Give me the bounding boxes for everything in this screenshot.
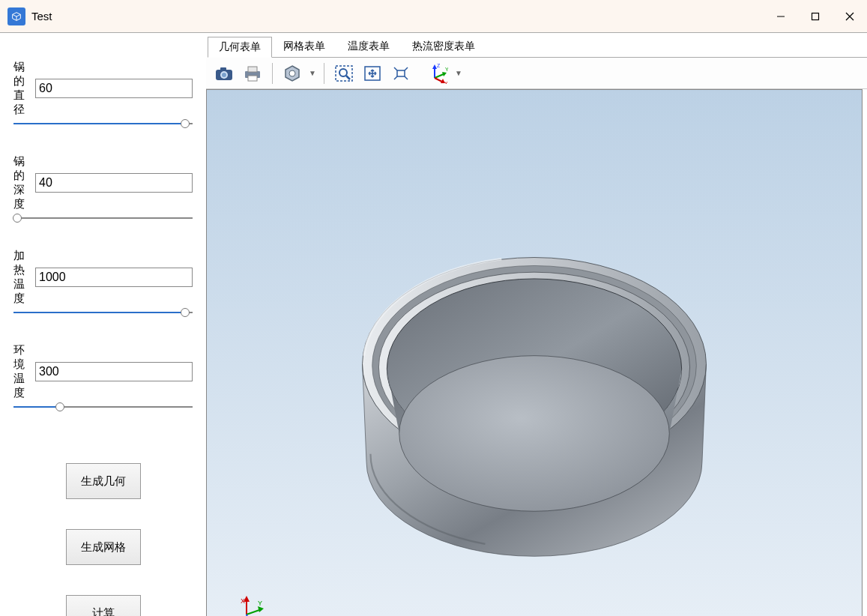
param-diameter: 锅的直径	[13, 60, 193, 117]
tab-flux[interactable]: 热流密度表单	[401, 36, 486, 57]
zoom-box-button[interactable]	[330, 61, 357, 86]
svg-rect-17	[397, 70, 405, 76]
svg-rect-10	[248, 76, 257, 81]
minimize-button[interactable]	[764, 0, 798, 33]
generate-geometry-button[interactable]: 生成几何	[66, 463, 141, 499]
svg-marker-37	[258, 606, 264, 612]
app-icon	[7, 7, 25, 25]
param-heat: 加热温度	[13, 249, 193, 306]
svg-point-32	[399, 356, 670, 512]
svg-rect-1	[812, 13, 819, 19]
viewer-area: 几何表单 网格表单 温度表单 热流密度表单	[206, 33, 867, 616]
window-title: Test	[31, 10, 52, 22]
svg-point-7	[222, 73, 226, 77]
svg-line-15	[346, 76, 350, 79]
minimize-icon	[776, 12, 785, 21]
param-env-slider[interactable]	[13, 402, 193, 412]
param-heat-input[interactable]	[35, 268, 193, 287]
axis-selector-button[interactable]: Z Y X	[422, 61, 452, 86]
close-button[interactable]	[833, 0, 867, 33]
hexnut-icon	[283, 64, 301, 82]
svg-text:Z: Z	[437, 63, 441, 68]
axis-selector-dropdown[interactable]: ▼	[453, 69, 464, 77]
settings-button[interactable]	[279, 61, 306, 86]
print-button[interactable]	[239, 61, 266, 86]
param-depth-input[interactable]	[35, 173, 193, 193]
svg-rect-5	[220, 67, 226, 70]
close-icon	[845, 12, 854, 21]
geometry-render	[207, 90, 862, 616]
tab-temp[interactable]: 温度表单	[336, 36, 401, 57]
svg-text:X: X	[241, 597, 245, 605]
svg-rect-9	[248, 67, 257, 72]
tab-geometry[interactable]: 几何表单	[208, 37, 272, 58]
param-heat-slider[interactable]	[13, 307, 193, 318]
app-window: Test 锅的直径 锅的深度	[0, 0, 867, 616]
fit-icon	[363, 64, 382, 82]
param-depth: 锅的深度	[13, 154, 193, 211]
generate-mesh-button[interactable]: 生成网格	[66, 529, 141, 565]
param-depth-label: 锅的深度	[13, 154, 35, 211]
param-depth-slider[interactable]	[13, 213, 193, 223]
tab-mesh[interactable]: 网格表单	[272, 36, 336, 57]
zoom-box-icon	[334, 64, 354, 82]
param-env-input[interactable]	[35, 362, 193, 381]
svg-text:Y: Y	[258, 600, 262, 607]
fit-button[interactable]	[359, 61, 386, 86]
content: 锅的直径 锅的深度 加热温度	[0, 33, 867, 616]
maximize-button[interactable]	[798, 0, 833, 33]
camera-icon	[214, 65, 234, 82]
reset-view-button[interactable]	[387, 61, 414, 86]
side-panel: 锅的直径 锅的深度 加热温度	[0, 33, 206, 616]
svg-text:X: X	[444, 81, 448, 84]
settings-dropdown[interactable]: ▼	[307, 69, 318, 77]
param-env: 环境温度	[13, 343, 193, 400]
axis-triad-icon: Z Y X	[426, 63, 448, 84]
3d-viewport[interactable]: X Y Z	[206, 89, 863, 616]
svg-point-12	[289, 70, 295, 76]
svg-text:Y: Y	[445, 67, 448, 72]
param-env-label: 环境温度	[13, 343, 35, 400]
printer-icon	[243, 64, 262, 82]
axis-indicator-icon: X Y Z	[228, 596, 265, 616]
tabs: 几何表单 网格表单 温度表单 热流密度表单	[208, 33, 867, 58]
param-heat-label: 加热温度	[13, 249, 35, 306]
collapse-icon	[391, 64, 411, 82]
param-diameter-slider[interactable]	[13, 118, 193, 129]
param-diameter-label: 锅的直径	[13, 60, 35, 117]
titlebar: Test	[0, 0, 867, 33]
maximize-icon	[811, 12, 820, 21]
param-diameter-input[interactable]	[35, 79, 193, 98]
snapshot-button[interactable]	[211, 61, 238, 86]
toolbar: ▼	[206, 58, 867, 89]
svg-point-14	[339, 69, 347, 76]
compute-button[interactable]: 计算	[66, 595, 141, 616]
